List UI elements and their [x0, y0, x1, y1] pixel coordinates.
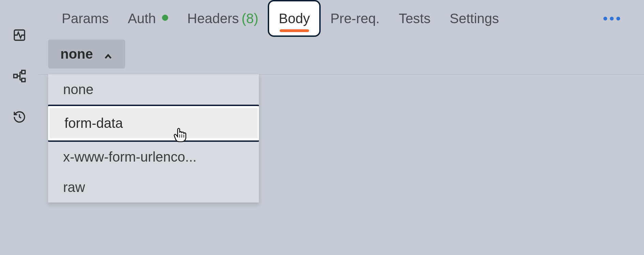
- body-type-selector[interactable]: none: [48, 40, 125, 69]
- tab-body[interactable]: Body: [268, 0, 321, 37]
- body-type-dropdown: none form-data x-www-form-urlenco... raw: [48, 74, 259, 202]
- more-options-button[interactable]: [600, 13, 624, 24]
- tab-pre-req[interactable]: Pre-req.: [321, 0, 389, 37]
- svg-rect-1: [14, 74, 17, 78]
- tabs-row: Params Auth Headers (8) Body Pre-req. Te…: [39, 0, 644, 37]
- dropdown-item-label: form-data: [64, 116, 123, 131]
- tab-label: Auth: [128, 11, 156, 26]
- headers-count-badge: (8): [241, 11, 258, 26]
- flow-icon[interactable]: [11, 68, 28, 85]
- tab-settings[interactable]: Settings: [440, 0, 509, 37]
- tab-tests[interactable]: Tests: [389, 0, 440, 37]
- tab-label: Params: [62, 11, 109, 26]
- dropdown-item-none[interactable]: none: [48, 74, 259, 105]
- history-icon[interactable]: [11, 108, 28, 125]
- chevron-up-icon: [103, 49, 113, 59]
- tab-label: Headers: [187, 11, 239, 26]
- main-area: Params Auth Headers (8) Body Pre-req. Te…: [39, 0, 644, 255]
- dots-icon: [610, 17, 614, 20]
- tab-label: Tests: [399, 11, 430, 26]
- dropdown-item-x-www-form-urlencoded[interactable]: x-www-form-urlenco...: [48, 142, 259, 172]
- tab-label: Body: [279, 11, 310, 26]
- body-type-row: none: [39, 37, 644, 71]
- tab-label: Pre-req.: [330, 11, 380, 26]
- sidebar: [0, 0, 39, 255]
- highlight-border: form-data: [48, 105, 259, 142]
- dropdown-item-label: raw: [63, 180, 85, 195]
- tab-params[interactable]: Params: [52, 0, 118, 37]
- status-dot-icon: [162, 15, 168, 21]
- dropdown-item-form-data[interactable]: form-data: [48, 105, 259, 142]
- tab-auth[interactable]: Auth: [118, 0, 178, 37]
- dropdown-item-raw[interactable]: raw: [48, 172, 259, 202]
- dropdown-item-label: x-www-form-urlenco...: [63, 149, 196, 164]
- tab-label: Settings: [450, 11, 499, 26]
- dots-icon: [616, 17, 620, 20]
- activity-icon[interactable]: [11, 27, 28, 44]
- dots-icon: [603, 17, 607, 20]
- svg-rect-2: [21, 70, 25, 74]
- svg-rect-3: [21, 78, 25, 82]
- dropdown-item-label: none: [63, 82, 93, 97]
- tab-headers[interactable]: Headers (8): [178, 0, 268, 37]
- body-type-selected-label: none: [60, 46, 93, 62]
